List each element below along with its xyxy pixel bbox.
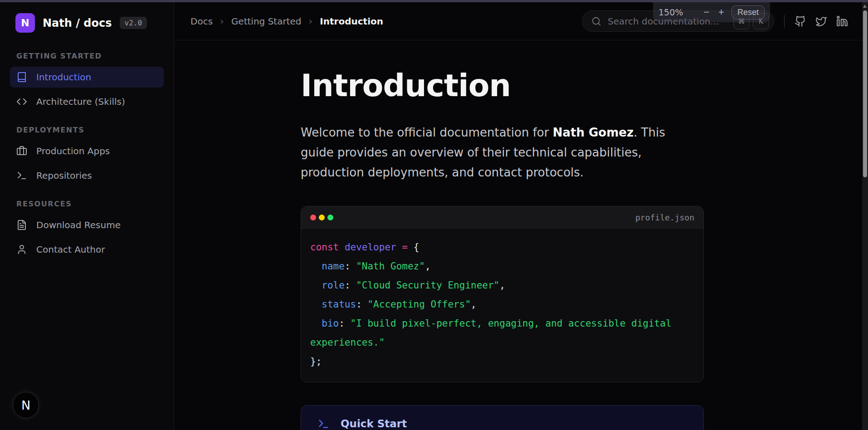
code-body: const developer = { name: "Nath Gomez", … xyxy=(301,229,703,382)
breadcrumb-item-getting-started[interactable]: Getting Started xyxy=(231,16,302,27)
traffic-light-green-icon xyxy=(327,215,333,220)
brand[interactable]: N Nath / docs v2.0 xyxy=(10,13,164,33)
traffic-light-yellow-icon xyxy=(319,215,325,220)
file-text-icon xyxy=(16,220,27,230)
zoom-level: 150% xyxy=(658,7,683,17)
sidebar-item-label: Contact Author xyxy=(36,244,105,255)
sidebar-item-introduction[interactable]: Introduction xyxy=(10,67,164,88)
code-line: const developer = { xyxy=(310,238,694,257)
user-icon xyxy=(16,244,27,255)
traffic-light-red-icon xyxy=(310,215,316,220)
zoom-reset-button[interactable]: Reset xyxy=(731,5,765,20)
github-icon[interactable] xyxy=(795,15,806,27)
sidebar-item-production-apps[interactable]: Production Apps xyxy=(10,141,164,161)
breadcrumb-item-docs[interactable]: Docs xyxy=(190,16,213,27)
code-window: profile.json const developer = { name: "… xyxy=(301,206,704,382)
code-filename: profile.json xyxy=(635,213,694,222)
sidebar-item-repositories[interactable]: Repositories xyxy=(10,165,164,186)
scrollbar-up-arrow-icon[interactable] xyxy=(863,5,867,8)
sidebar-section-resources: RESOURCESDownload ResumeContact Author xyxy=(10,200,164,260)
terminal-icon xyxy=(16,170,27,181)
footer-avatar[interactable]: N xyxy=(13,392,39,418)
briefcase-icon xyxy=(16,146,27,156)
code-line: status: "Accepting Offers", xyxy=(310,295,694,314)
sidebar-nav: GETTING STARTEDIntroductionArchitecture … xyxy=(10,52,164,274)
code-line: role: "Cloud Security Engineer", xyxy=(310,276,694,295)
brand-name: Nath / docs xyxy=(43,17,112,29)
topbar-divider xyxy=(784,15,785,28)
code-line: bio: "I build pixel-perfect, engaging, a… xyxy=(310,314,694,352)
social-links xyxy=(795,15,848,27)
intro-text-bold: Nath Gomez xyxy=(553,126,634,139)
main-content: Introduction Welcome to the official doc… xyxy=(174,40,868,430)
search-icon xyxy=(591,16,601,26)
app-window: N Nath / docs v2.0 GETTING STARTEDIntrod… xyxy=(0,0,868,430)
brand-logo: N xyxy=(15,13,35,33)
intro-paragraph: Welcome to the official documentation fo… xyxy=(301,122,692,182)
breadcrumb: Docs›Getting Started›Introduction xyxy=(190,16,383,27)
sidebar-footer: N xyxy=(10,392,164,418)
zoom-out-button[interactable]: − xyxy=(703,6,709,18)
terminal-icon xyxy=(317,418,330,430)
chevron-right-icon: › xyxy=(309,16,313,26)
sidebar-section-getting-started: GETTING STARTEDIntroductionArchitecture … xyxy=(10,52,164,112)
chevron-right-icon: › xyxy=(220,16,224,26)
scrollbar-thumb[interactable] xyxy=(863,10,867,177)
sidebar-section-label: DEPLOYMENTS xyxy=(16,126,164,134)
sidebar-item-label: Architecture (Skills) xyxy=(36,96,125,107)
sidebar-item-label: Repositories xyxy=(36,170,92,181)
sidebar-item-architecture-skills[interactable]: Architecture (Skills) xyxy=(10,91,164,112)
code-line: }; xyxy=(310,352,694,371)
main-column: Docs›Getting Started›Introduction ⌘ K xyxy=(174,2,868,430)
twitter-icon[interactable] xyxy=(815,15,827,27)
code-icon xyxy=(16,96,27,107)
sidebar-item-label: Download Resume xyxy=(36,220,121,230)
book-icon xyxy=(16,72,27,83)
code-window-header: profile.json xyxy=(301,206,703,229)
sidebar-section-label: RESOURCES xyxy=(16,200,164,208)
sidebar-item-download-resume[interactable]: Download Resume xyxy=(10,215,164,235)
sidebar-item-label: Introduction xyxy=(36,72,91,83)
sidebar-item-contact-author[interactable]: Contact Author xyxy=(10,239,164,260)
breadcrumb-item-introduction: Introduction xyxy=(320,16,383,27)
sidebar-section-label: GETTING STARTED xyxy=(16,52,164,60)
linkedin-icon[interactable] xyxy=(836,15,848,27)
code-line: name: "Nath Gomez", xyxy=(310,257,694,276)
page-title: Introduction xyxy=(301,68,868,103)
sidebar-section-deployments: DEPLOYMENTSProduction AppsRepositories xyxy=(10,126,164,186)
zoom-in-button[interactable]: + xyxy=(718,6,724,18)
intro-text-pre: Welcome to the official documentation fo… xyxy=(301,126,553,139)
quick-start-card[interactable]: Quick Start xyxy=(301,405,704,430)
sidebar-item-label: Production Apps xyxy=(36,146,110,156)
version-badge: v2.0 xyxy=(120,17,147,29)
scrollbar[interactable] xyxy=(862,2,868,430)
sidebar: N Nath / docs v2.0 GETTING STARTEDIntrod… xyxy=(0,2,174,430)
quick-start-title: Quick Start xyxy=(341,418,407,430)
browser-zoom-popup: 150% − + Reset xyxy=(653,2,770,22)
